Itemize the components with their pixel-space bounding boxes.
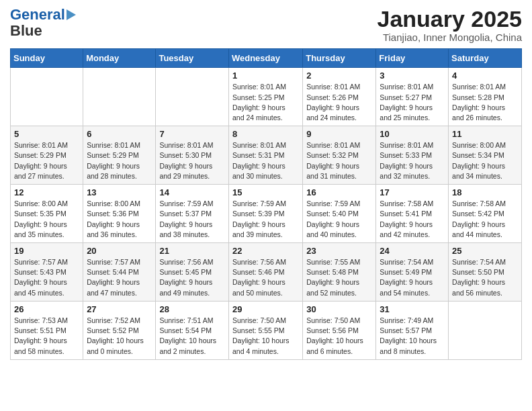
day-number: 27: [87, 304, 152, 314]
calendar-cell: 23Sunrise: 7:55 AM Sunset: 5:48 PM Dayli…: [303, 243, 376, 302]
day-number: 5: [14, 129, 79, 139]
calendar-cell: 2Sunrise: 8:01 AM Sunset: 5:26 PM Daylig…: [303, 68, 376, 126]
col-header-thursday: Thursday: [303, 49, 376, 68]
day-info: Sunrise: 7:59 AM Sunset: 5:39 PM Dayligh…: [232, 199, 299, 240]
calendar-cell: 29Sunrise: 7:50 AM Sunset: 5:55 PM Dayli…: [228, 301, 302, 359]
day-info: Sunrise: 7:55 AM Sunset: 5:48 PM Dayligh…: [306, 257, 372, 298]
calendar-cell: 6Sunrise: 8:01 AM Sunset: 5:29 PM Daylig…: [83, 126, 156, 185]
day-info: Sunrise: 8:01 AM Sunset: 5:27 PM Dayligh…: [380, 82, 445, 123]
col-header-friday: Friday: [376, 49, 449, 68]
day-number: 24: [380, 246, 445, 256]
day-info: Sunrise: 7:58 AM Sunset: 5:42 PM Dayligh…: [452, 199, 518, 240]
calendar-cell: 28Sunrise: 7:51 AM Sunset: 5:54 PM Dayli…: [156, 301, 229, 359]
day-info: Sunrise: 7:53 AM Sunset: 5:51 PM Dayligh…: [14, 316, 79, 357]
logo-arrow-icon: [66, 9, 76, 20]
day-number: 9: [306, 129, 372, 139]
calendar-cell: 18Sunrise: 7:58 AM Sunset: 5:42 PM Dayli…: [449, 185, 522, 243]
day-number: 17: [380, 187, 445, 197]
calendar-cell: 7Sunrise: 8:01 AM Sunset: 5:30 PM Daylig…: [156, 126, 229, 185]
day-number: 18: [452, 187, 518, 197]
day-info: Sunrise: 7:59 AM Sunset: 5:40 PM Dayligh…: [306, 199, 372, 240]
day-info: Sunrise: 7:56 AM Sunset: 5:46 PM Dayligh…: [232, 257, 299, 298]
day-info: Sunrise: 8:01 AM Sunset: 5:33 PM Dayligh…: [380, 140, 445, 181]
logo-blue: Blue: [10, 22, 42, 39]
day-number: 16: [306, 187, 372, 197]
col-header-tuesday: Tuesday: [156, 49, 229, 68]
calendar-subtitle: Tianjiao, Inner Mongolia, China: [378, 32, 523, 43]
day-number: 21: [159, 246, 225, 256]
day-number: 26: [14, 304, 79, 314]
day-info: Sunrise: 8:01 AM Sunset: 5:25 PM Dayligh…: [232, 82, 299, 123]
col-header-sunday: Sunday: [11, 49, 83, 68]
day-info: Sunrise: 8:00 AM Sunset: 5:35 PM Dayligh…: [14, 199, 79, 240]
calendar-cell: 5Sunrise: 8:01 AM Sunset: 5:29 PM Daylig…: [11, 126, 83, 185]
day-number: 6: [87, 129, 152, 139]
title-block: January 2025 Tianjiao, Inner Mongolia, C…: [378, 7, 523, 43]
logo: General Blue: [10, 7, 76, 39]
page: General Blue January 2025 Tianjiao, Inne…: [0, 0, 532, 370]
calendar-cell: 17Sunrise: 7:58 AM Sunset: 5:41 PM Dayli…: [376, 185, 449, 243]
calendar-title: January 2025: [378, 7, 523, 32]
day-info: Sunrise: 7:52 AM Sunset: 5:52 PM Dayligh…: [87, 316, 152, 357]
day-number: 30: [306, 304, 372, 314]
calendar-header-row: SundayMondayTuesdayWednesdayThursdayFrid…: [11, 49, 522, 68]
day-info: Sunrise: 7:57 AM Sunset: 5:44 PM Dayligh…: [87, 257, 152, 298]
day-number: 25: [452, 246, 518, 256]
col-header-monday: Monday: [83, 49, 156, 68]
day-info: Sunrise: 7:56 AM Sunset: 5:45 PM Dayligh…: [159, 257, 225, 298]
day-info: Sunrise: 7:54 AM Sunset: 5:50 PM Dayligh…: [452, 257, 518, 298]
calendar-cell: 10Sunrise: 8:01 AM Sunset: 5:33 PM Dayli…: [376, 126, 449, 185]
day-info: Sunrise: 7:50 AM Sunset: 5:55 PM Dayligh…: [232, 316, 299, 357]
week-row-3: 19Sunrise: 7:57 AM Sunset: 5:43 PM Dayli…: [11, 243, 522, 302]
day-info: Sunrise: 7:51 AM Sunset: 5:54 PM Dayligh…: [159, 316, 225, 357]
calendar-cell: 22Sunrise: 7:56 AM Sunset: 5:46 PM Dayli…: [228, 243, 302, 302]
day-number: 2: [306, 71, 372, 81]
calendar-table: SundayMondayTuesdayWednesdayThursdayFrid…: [10, 48, 522, 359]
calendar-cell: 25Sunrise: 7:54 AM Sunset: 5:50 PM Dayli…: [449, 243, 522, 302]
day-info: Sunrise: 8:01 AM Sunset: 5:30 PM Dayligh…: [159, 140, 225, 181]
calendar-cell: 26Sunrise: 7:53 AM Sunset: 5:51 PM Dayli…: [11, 301, 83, 359]
logo-general: General: [10, 6, 65, 23]
day-info: Sunrise: 8:01 AM Sunset: 5:26 PM Dayligh…: [306, 82, 372, 123]
calendar-cell: [11, 68, 83, 126]
day-info: Sunrise: 8:01 AM Sunset: 5:29 PM Dayligh…: [14, 140, 79, 181]
calendar-cell: 19Sunrise: 7:57 AM Sunset: 5:43 PM Dayli…: [11, 243, 83, 302]
calendar-cell: 9Sunrise: 8:01 AM Sunset: 5:32 PM Daylig…: [303, 126, 376, 185]
day-number: 7: [159, 129, 225, 139]
col-header-saturday: Saturday: [449, 49, 522, 68]
day-number: 28: [159, 304, 225, 314]
day-number: 14: [159, 187, 225, 197]
logo-text: General: [10, 7, 65, 23]
calendar-cell: 20Sunrise: 7:57 AM Sunset: 5:44 PM Dayli…: [83, 243, 156, 302]
calendar-cell: 8Sunrise: 8:01 AM Sunset: 5:31 PM Daylig…: [228, 126, 302, 185]
calendar-cell: 11Sunrise: 8:00 AM Sunset: 5:34 PM Dayli…: [449, 126, 522, 185]
calendar-cell: [449, 301, 522, 359]
header: General Blue January 2025 Tianjiao, Inne…: [10, 7, 522, 43]
day-number: 8: [232, 129, 299, 139]
col-header-wednesday: Wednesday: [228, 49, 302, 68]
calendar-cell: 12Sunrise: 8:00 AM Sunset: 5:35 PM Dayli…: [11, 185, 83, 243]
calendar-cell: 21Sunrise: 7:56 AM Sunset: 5:45 PM Dayli…: [156, 243, 229, 302]
day-number: 12: [14, 187, 79, 197]
calendar-cell: 4Sunrise: 8:01 AM Sunset: 5:28 PM Daylig…: [449, 68, 522, 126]
calendar-cell: 31Sunrise: 7:49 AM Sunset: 5:57 PM Dayli…: [376, 301, 449, 359]
day-info: Sunrise: 7:59 AM Sunset: 5:37 PM Dayligh…: [159, 199, 225, 240]
day-number: 31: [380, 304, 445, 314]
calendar-cell: 13Sunrise: 8:00 AM Sunset: 5:36 PM Dayli…: [83, 185, 156, 243]
week-row-4: 26Sunrise: 7:53 AM Sunset: 5:51 PM Dayli…: [11, 301, 522, 359]
day-number: 13: [87, 187, 152, 197]
day-number: 15: [232, 187, 299, 197]
day-info: Sunrise: 7:57 AM Sunset: 5:43 PM Dayligh…: [14, 257, 79, 298]
week-row-1: 5Sunrise: 8:01 AM Sunset: 5:29 PM Daylig…: [11, 126, 522, 185]
calendar-cell: 24Sunrise: 7:54 AM Sunset: 5:49 PM Dayli…: [376, 243, 449, 302]
day-info: Sunrise: 8:00 AM Sunset: 5:34 PM Dayligh…: [452, 140, 518, 181]
day-number: 23: [306, 246, 372, 256]
day-number: 10: [380, 129, 445, 139]
day-number: 1: [232, 71, 299, 81]
calendar-cell: [156, 68, 229, 126]
calendar-cell: [83, 68, 156, 126]
calendar-cell: 15Sunrise: 7:59 AM Sunset: 5:39 PM Dayli…: [228, 185, 302, 243]
day-number: 3: [380, 71, 445, 81]
day-number: 20: [87, 246, 152, 256]
day-info: Sunrise: 8:01 AM Sunset: 5:29 PM Dayligh…: [87, 140, 152, 181]
